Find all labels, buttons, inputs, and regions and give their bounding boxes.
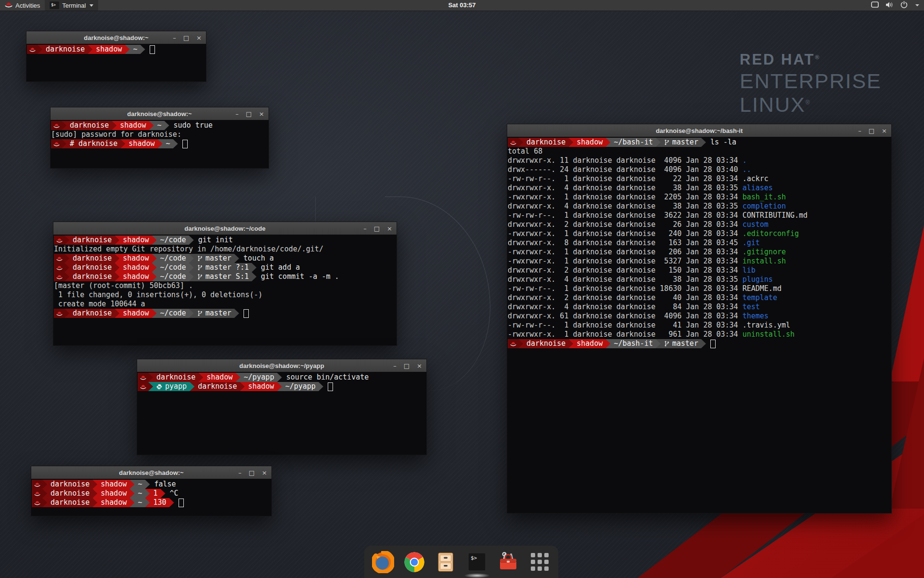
minimize-button[interactable]: – [363, 225, 367, 232]
prompt-segment: darknoise [518, 339, 573, 348]
registered-mark: ® [806, 99, 811, 106]
terminal-line: -rwxrwxr-x. 1 darknoise darknoise 206 Ja… [508, 248, 891, 257]
chrome-icon[interactable] [403, 551, 426, 574]
window-titlebar[interactable]: darknoise@shadow:~ –□× [31, 466, 271, 479]
prompt-segment: shadow [115, 263, 156, 272]
rhel-wallpaper-logo: RED HAT® ENTERPRISE LINUX® [740, 51, 882, 117]
terminal-line: -rw-rw-r--. 1 darknoise darknoise 18630 … [508, 284, 891, 293]
prompt-segment: shadow [240, 382, 282, 391]
ls-row-meta: drwxrwxr-x. 8 darknoise darknoise 163 Ja… [508, 238, 743, 248]
output-text: Initialized empty Git repository in /hom… [54, 245, 323, 254]
activities-button[interactable]: Activities [0, 0, 45, 11]
close-button[interactable]: × [387, 225, 392, 232]
terminal-content[interactable]: darknoiseshadow~sudo true[sudo] password… [51, 120, 269, 168]
close-button[interactable]: × [417, 363, 422, 369]
window-titlebar[interactable]: darknoise@shadow:~/code –□× [53, 222, 397, 235]
app-menu-terminal[interactable]: $> Terminal [45, 0, 98, 11]
hat-icon [56, 265, 63, 270]
window-titlebar[interactable]: darknoise@shadow:~ –□× [26, 31, 206, 44]
screen-icon[interactable] [871, 1, 879, 9]
ls-row-meta: -rw-rw-r--. 1 darknoise darknoise 18630 … [508, 284, 743, 293]
window-titlebar[interactable]: darknoise@shadow:~/bash-it –□× [507, 124, 891, 137]
maximize-button[interactable]: □ [183, 35, 189, 41]
ls-row-filename: CONTRIBUTING.md [743, 211, 808, 220]
minimize-button[interactable]: – [173, 35, 176, 41]
power-icon[interactable] [900, 1, 908, 10]
svg-text:$>: $> [471, 555, 477, 561]
minimize-button[interactable]: – [238, 470, 242, 476]
minimize-button[interactable]: – [393, 363, 397, 369]
hat-icon [140, 375, 146, 380]
prompt-segment: ~/code [152, 272, 193, 281]
close-button[interactable]: × [262, 470, 267, 476]
prompt-segment: shadow [198, 373, 240, 382]
terminal-line: [sudo] password for darknoise: [51, 130, 268, 139]
maximize-button[interactable]: □ [374, 225, 380, 232]
prompt-segment: ~/code [152, 309, 193, 318]
terminal-icon[interactable]: $> [465, 551, 488, 574]
minimize-button[interactable]: – [858, 128, 861, 134]
prompt-segment: pyapp [148, 382, 194, 391]
prompt-segment: shadow [88, 45, 129, 54]
terminal-content[interactable]: darknoiseshadow~/pyappsource bin/activat… [137, 372, 426, 455]
window-title: darknoise@shadow:~/bash-it [656, 127, 743, 134]
terminal-line: -rwxrwxr-x. 1 darknoise darknoise 5327 J… [508, 257, 891, 266]
terminal-cursor [244, 309, 249, 318]
prompt-segment: ~/code [152, 236, 193, 245]
prompt-segment: ~/pyapp [235, 373, 282, 382]
window-title: darknoise@shadow:~/pyapp [239, 362, 324, 369]
ls-row-meta: -rw-rw-r--. 1 darknoise darknoise 3622 J… [508, 211, 743, 220]
hat-icon [56, 311, 63, 316]
prompt-segment: darknoise [64, 309, 119, 318]
firefox-icon[interactable] [372, 551, 395, 574]
ls-row-filename: bash_it.sh [743, 193, 786, 202]
window-title: darknoise@shadow:~ [119, 469, 183, 476]
ls-row-filename: completion [743, 202, 786, 211]
ls-row-filename: . [743, 156, 747, 165]
maximize-button[interactable]: □ [404, 363, 410, 369]
toolbox-icon[interactable] [497, 551, 520, 574]
files-icon[interactable] [434, 551, 457, 574]
maximize-button[interactable]: □ [246, 111, 252, 117]
volume-icon[interactable] [886, 1, 894, 10]
prompt-segment: darknoise [42, 498, 97, 507]
maximize-button[interactable]: □ [249, 470, 255, 476]
terminal-content[interactable]: darknoiseshadow~/bash-itmasterls -latota… [507, 137, 891, 513]
prompt-segment: master ?:1 [189, 263, 257, 272]
hat-icon [53, 142, 60, 146]
ls-row-meta: -rwxrwxr-x. 1 darknoise darknoise 240 Ja… [508, 229, 743, 238]
terminal-content[interactable]: darknoiseshadow~falsedarknoiseshadow~1^C… [31, 479, 271, 516]
window-buttons: –□× [858, 124, 887, 137]
terminal-line: drwxrwxr-x. 4 darknoise darknoise 38 Jan… [508, 275, 891, 284]
terminal-window-bash-it: darknoise@shadow:~/bash-it –□× darknoise… [507, 124, 892, 513]
close-button[interactable]: × [259, 111, 264, 117]
close-button[interactable]: × [196, 35, 202, 41]
app-menu-label: Terminal [62, 2, 86, 9]
ls-row-meta: drwxrwxr-x. 4 darknoise darknoise 38 Jan… [508, 184, 743, 193]
command-text: ^C [170, 489, 179, 498]
prompt-segment: darknoise [42, 489, 97, 498]
terminal-line: drwxrwxr-x. 11 darknoise darknoise 4096 … [508, 156, 891, 165]
terminal-line: -rw-rw-r--. 1 darknoise darknoise 3622 J… [508, 211, 891, 220]
prompt-segment: master [189, 254, 239, 263]
terminal-line: darknoiseshadow~/codegit init [54, 236, 396, 245]
caret-down-icon[interactable] [915, 4, 919, 6]
branch-icon [197, 274, 203, 280]
window-titlebar[interactable]: darknoise@shadow:~ –□× [51, 107, 269, 120]
app-grid-icon[interactable] [528, 551, 551, 574]
minimize-button[interactable]: – [235, 111, 239, 117]
prompt-segment: ~/code [152, 254, 193, 263]
prompt-segment: shadow [92, 498, 134, 507]
close-button[interactable]: × [882, 128, 887, 134]
terminal-content[interactable]: darknoiseshadow~/codegit initInitialized… [53, 235, 397, 345]
clock[interactable]: Sat 03:57 [448, 0, 475, 11]
brand-line3: LINUX [740, 93, 806, 116]
prompt-segment: master [656, 138, 706, 147]
terminal-content[interactable]: darknoiseshadow~ [26, 44, 206, 81]
terminal-line: [master (root-commit) 50bcb63] . [54, 281, 396, 290]
terminal-line: darknoiseshadow~sudo true [51, 121, 268, 130]
window-titlebar[interactable]: darknoise@shadow:~/pyapp –□× [137, 359, 426, 372]
maximize-button[interactable]: □ [869, 128, 874, 134]
hat-icon [29, 47, 36, 52]
terminal-line: darknoiseshadow~/codemaster [54, 309, 396, 318]
